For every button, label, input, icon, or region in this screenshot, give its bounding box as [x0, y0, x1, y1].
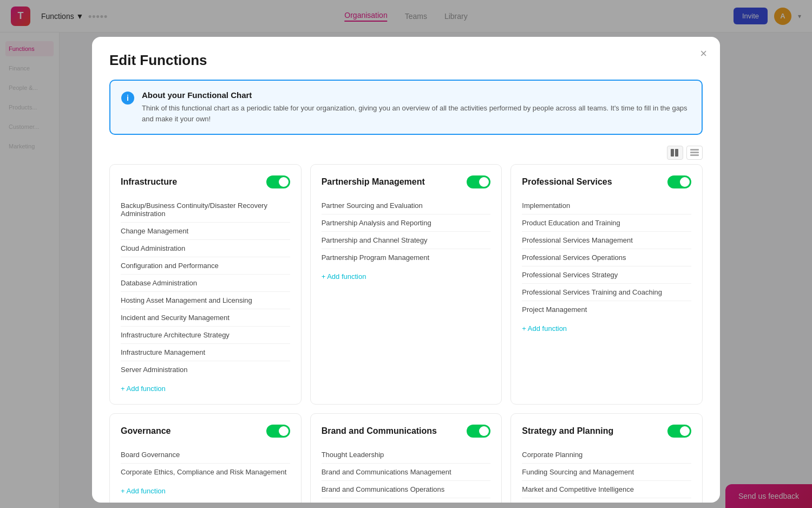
add-function-button-governance[interactable]: + Add function: [121, 487, 166, 495]
list-item: Professional Services Training and Coach…: [522, 284, 691, 301]
list-item: Professional Services Management: [522, 232, 691, 249]
list-item: Brand and Communications Strategy: [322, 498, 491, 503]
card-title-partnership: Partnership Management: [322, 177, 425, 187]
list-item: Configuration and Performance: [121, 257, 290, 275]
list-item: Product Education and Training: [522, 214, 691, 232]
list-item: Server Administration: [121, 361, 290, 378]
func-items-partnership: Partner Sourcing and Evaluation Partners…: [322, 197, 491, 266]
info-title: About your Functional Chart: [142, 90, 691, 100]
close-button[interactable]: ×: [700, 48, 707, 60]
svg-rect-3: [690, 152, 699, 153]
list-item: Brand and Communications Management: [322, 464, 491, 481]
list-item: Corporate Ethics, Compliance and Risk Ma…: [121, 464, 290, 480]
card-brand-communications: Brand and Communications Thought Leaders…: [310, 413, 502, 503]
list-item: Database Administration: [121, 275, 290, 292]
card-header-infrastructure: Infrastructure: [121, 175, 290, 188]
add-function-button-professional[interactable]: + Add function: [522, 324, 567, 333]
card-title-strategy: Strategy and Planning: [522, 426, 613, 436]
card-header-professional: Professional Services: [522, 175, 691, 188]
card-title-infrastructure: Infrastructure: [121, 177, 177, 187]
list-item: Partner Sourcing and Evaluation: [322, 197, 491, 214]
modal-body: Infrastructure Backup/Business Continuit…: [92, 164, 720, 503]
grid-icon: [671, 149, 679, 157]
list-item: Professional Services Strategy: [522, 266, 691, 284]
list-view-button[interactable]: [686, 146, 703, 160]
list-item: Infrastructure Management: [121, 344, 290, 361]
grid-view-button[interactable]: [667, 146, 683, 160]
func-items-infrastructure: Backup/Business Continuity/Disaster Reco…: [121, 197, 290, 378]
list-item: Backup/Business Continuity/Disaster Reco…: [121, 197, 290, 223]
list-item: Project Management: [522, 301, 691, 318]
add-function-button-partnership[interactable]: + Add function: [322, 272, 366, 281]
info-banner: i About your Functional Chart Think of t…: [109, 80, 703, 135]
card-professional-services: Professional Services Implementation Pro…: [510, 164, 703, 405]
list-item: Brand and Communications Operations: [322, 481, 491, 498]
svg-rect-2: [690, 149, 699, 151]
toggle-strategy[interactable]: [667, 425, 691, 438]
svg-rect-4: [690, 154, 699, 156]
modal-header: Edit Functions × i About your Functional…: [92, 37, 720, 146]
toggle-brand[interactable]: [467, 425, 490, 438]
view-toggle: [92, 146, 720, 164]
card-governance: Governance Board Governance Corporate Et…: [109, 413, 302, 503]
edit-functions-modal: Edit Functions × i About your Functional…: [92, 37, 720, 503]
card-title-governance: Governance: [121, 426, 171, 436]
func-items-governance: Board Governance Corporate Ethics, Compl…: [121, 446, 290, 480]
list-item: Partnership Analysis and Reporting: [322, 214, 491, 232]
card-partnership-management: Partnership Management Partner Sourcing …: [310, 164, 502, 405]
card-title-professional: Professional Services: [522, 177, 612, 187]
card-title-brand: Brand and Communications: [322, 426, 437, 436]
svg-rect-0: [671, 149, 674, 157]
add-function-button-infrastructure[interactable]: + Add function: [121, 385, 166, 393]
list-item: Cloud Administration: [121, 240, 290, 257]
cards-grid: Infrastructure Backup/Business Continuit…: [109, 164, 703, 503]
card-header-brand: Brand and Communications: [322, 425, 491, 438]
svg-rect-1: [675, 149, 678, 157]
list-icon: [690, 149, 699, 157]
list-item: Infrastructure Architecture Strategy: [121, 327, 290, 344]
list-item: Market and Competitive Intelligence: [522, 481, 691, 498]
toggle-governance[interactable]: [266, 425, 290, 438]
card-infrastructure: Infrastructure Backup/Business Continuit…: [109, 164, 302, 405]
list-item: Incident and Security Management: [121, 309, 290, 327]
list-item: Professional Services Operations: [522, 249, 691, 266]
info-description: Think of this functional chart as a peri…: [142, 103, 691, 124]
list-item: Hosting Asset Management and Licensing: [121, 292, 290, 309]
info-icon: i: [121, 92, 134, 105]
list-item: Implementation: [522, 197, 691, 214]
card-header-governance: Governance: [121, 425, 290, 438]
toggle-infrastructure[interactable]: [266, 175, 290, 188]
list-item: Partnership and Channel Strategy: [322, 232, 491, 249]
list-item: Corporate Planning: [522, 446, 691, 464]
info-text: About your Functional Chart Think of thi…: [142, 90, 691, 124]
list-item: Funding Sourcing and Management: [522, 464, 691, 481]
func-items-strategy: Corporate Planning Funding Sourcing and …: [522, 446, 691, 503]
toggle-professional[interactable]: [667, 175, 691, 188]
list-item: Partnership Program Management: [322, 249, 491, 266]
list-item: Thought Leadership: [322, 446, 491, 464]
list-item: Change Management: [121, 223, 290, 240]
func-items-brand: Thought Leadership Brand and Communicati…: [322, 446, 491, 503]
list-item: Strategic Opportunity Identification: [522, 498, 691, 503]
modal-title: Edit Functions: [109, 52, 703, 69]
card-header-partnership: Partnership Management: [322, 175, 491, 188]
func-items-professional: Implementation Product Education and Tra…: [522, 197, 691, 318]
list-item: Board Governance: [121, 446, 290, 464]
card-strategy-planning: Strategy and Planning Corporate Planning…: [510, 413, 703, 503]
toggle-partnership[interactable]: [467, 175, 490, 188]
card-header-strategy: Strategy and Planning: [522, 425, 691, 438]
